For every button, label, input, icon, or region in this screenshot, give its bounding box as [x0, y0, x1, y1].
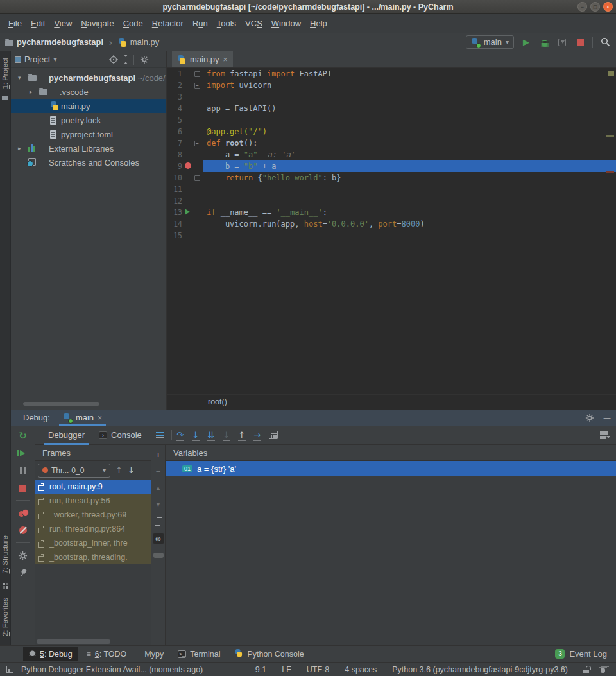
- code-line-13[interactable]: 13if __name__ == '__main__':: [167, 207, 616, 218]
- menu-item-refactor[interactable]: Refactor: [148, 17, 188, 30]
- close-tab-icon[interactable]: ×: [223, 55, 228, 64]
- menu-item-edit[interactable]: Edit: [26, 17, 49, 30]
- evaluate-expression-icon[interactable]: [268, 430, 279, 440]
- run-to-cursor-icon[interactable]: →: [250, 428, 264, 442]
- hector-inspections-icon[interactable]: [599, 666, 607, 673]
- stripe-structure-button[interactable]: 7: Structure: [1, 535, 9, 573]
- gutter-line-8[interactable]: 8: [167, 149, 203, 160]
- tree-item-pycharmdebugfastapi[interactable]: ▾pycharmdebugfastapi ~/code/pycharmdebug…: [11, 71, 166, 85]
- run-button[interactable]: ▶: [520, 37, 532, 48]
- debug-session-tab-main[interactable]: main ×: [58, 410, 107, 426]
- debug-button[interactable]: [538, 37, 550, 48]
- scrollbar-breakpoint-marker[interactable]: [606, 171, 614, 173]
- gutter-line-3[interactable]: 3: [167, 91, 203, 103]
- gutter-line-14[interactable]: 14: [167, 218, 203, 230]
- gutter-line-12[interactable]: 12: [167, 195, 203, 207]
- tree-item-poetry-lock[interactable]: poetry.lock: [11, 113, 166, 127]
- gutter-line-6[interactable]: 6: [167, 126, 203, 137]
- project-horizontal-scrollbar[interactable]: [23, 402, 99, 406]
- hide-panel-icon[interactable]: —: [155, 55, 162, 64]
- previous-frame-icon[interactable]: ↑: [116, 465, 123, 475]
- frame-row-run-thread-py-56[interactable]: run, thread.py:56: [35, 494, 151, 508]
- caret-position[interactable]: 9:1: [255, 665, 266, 674]
- thread-select[interactable]: Thr...-0_0 ▾: [38, 464, 110, 478]
- close-window-icon[interactable]: ×: [603, 2, 613, 12]
- code-line-4[interactable]: 4app = FastAPI(): [167, 103, 616, 114]
- pause-program-icon[interactable]: [17, 465, 29, 476]
- scrollbar-warning-marker[interactable]: [606, 135, 614, 137]
- run-configuration-select[interactable]: main ▾: [466, 35, 514, 49]
- code-line-14[interactable]: 14 uvicorn.run(app, host='0.0.0.0', port…: [167, 218, 616, 230]
- project-view-select[interactable]: Project ▾: [15, 55, 57, 64]
- code-line-11[interactable]: 11: [167, 184, 616, 195]
- gutter-line-11[interactable]: 11: [167, 184, 203, 195]
- fold-marker-icon[interactable]: −: [193, 137, 201, 149]
- pin-tab-icon[interactable]: [17, 568, 29, 578]
- debug-settings-gear-icon[interactable]: [17, 550, 29, 560]
- search-everywhere-button[interactable]: [599, 37, 611, 48]
- chevron-down-icon[interactable]: ▾: [18, 74, 21, 81]
- code-line-7[interactable]: 7−def root():: [167, 137, 616, 149]
- view-breakpoints-icon[interactable]: [17, 508, 29, 518]
- collapse-all-icon[interactable]: [124, 55, 128, 64]
- add-watch-icon[interactable]: +: [153, 450, 164, 459]
- tree-item-vscode[interactable]: ▸.vscode: [11, 85, 166, 99]
- run-line-icon[interactable]: [182, 207, 193, 218]
- menu-item-help[interactable]: Help: [305, 17, 332, 30]
- python-interpreter[interactable]: Python 3.6 (pycharmdebugfastapi-9cdjtyrg…: [392, 665, 568, 674]
- run-with-coverage-button[interactable]: [556, 37, 568, 48]
- toolwindow-switcher-icon[interactable]: [6, 666, 13, 673]
- gutter-line-10[interactable]: 10−: [167, 172, 203, 184]
- chevron-right-icon[interactable]: ▸: [18, 145, 21, 152]
- tree-item-scratches-and-consoles[interactable]: Scratches and Consoles: [11, 155, 166, 169]
- current-function-label[interactable]: root(): [208, 397, 227, 406]
- unlocked-icon[interactable]: [583, 666, 590, 673]
- gutter-line-4[interactable]: 4: [167, 103, 203, 114]
- restore-layout-icon[interactable]: [600, 431, 610, 439]
- resume-program-icon[interactable]: [17, 448, 29, 458]
- duplicate-watch-icon[interactable]: [153, 517, 164, 526]
- file-encoding[interactable]: UTF-8: [307, 665, 329, 674]
- force-step-into-icon[interactable]: ⇊: [204, 428, 218, 442]
- stop-button[interactable]: [574, 37, 586, 48]
- toolwindow-button-terminal[interactable]: >_Terminal: [172, 647, 226, 661]
- status-message[interactable]: Python Debugger Extension Avail... (mome…: [21, 665, 203, 674]
- menu-item-view[interactable]: View: [49, 17, 76, 30]
- menu-item-window[interactable]: Window: [267, 17, 305, 30]
- breakpoint-icon[interactable]: [182, 160, 193, 172]
- menu-item-vcs[interactable]: VCS: [241, 17, 267, 30]
- gutter-line-13[interactable]: 13: [167, 207, 203, 218]
- gutter-line-1[interactable]: 1−: [167, 68, 203, 80]
- code-line-1[interactable]: 1−from fastapi import FastAPI: [167, 68, 616, 80]
- toolwindow-button-mypy[interactable]: Mypy: [135, 647, 169, 661]
- stop-icon[interactable]: [17, 483, 29, 493]
- code-line-5[interactable]: 5: [167, 114, 616, 126]
- fold-marker-icon[interactable]: −: [193, 172, 201, 184]
- show-execution-point-icon[interactable]: [156, 432, 164, 438]
- next-frame-icon[interactable]: ↓: [128, 465, 135, 475]
- step-into-icon[interactable]: ↓: [189, 428, 203, 442]
- toolwindow-button-python-console[interactable]: Python Console: [228, 647, 309, 661]
- tab-console[interactable]: ›Console: [92, 426, 148, 445]
- code-editor[interactable]: 1−from fastapi import FastAPI2−import uv…: [167, 68, 616, 394]
- frames-horizontal-scrollbar[interactable]: [37, 639, 110, 644]
- code-line-8[interactable]: 8 a = "a"a: 'a': [167, 149, 616, 160]
- mute-breakpoints-icon[interactable]: [17, 525, 29, 535]
- editor-tab-main-py[interactable]: main.py ×: [172, 51, 233, 67]
- menu-item-tools[interactable]: Tools: [212, 17, 241, 30]
- indent-style[interactable]: 4 spaces: [345, 665, 377, 674]
- gutter-line-15[interactable]: 15: [167, 230, 203, 241]
- hide-panel-icon[interactable]: —: [603, 413, 611, 422]
- menu-item-run[interactable]: Run: [188, 17, 212, 30]
- tab-debugger[interactable]: Debugger: [42, 426, 91, 445]
- code-line-15[interactable]: 15: [167, 230, 616, 241]
- stripe-project-button[interactable]: 1: Project: [1, 58, 9, 89]
- toolwindow-button-6-todo[interactable]: ≡6: TODO: [81, 647, 133, 661]
- line-separator[interactable]: LF: [282, 665, 291, 674]
- fold-marker-icon[interactable]: −: [193, 80, 201, 91]
- fold-marker-icon[interactable]: −: [193, 68, 201, 80]
- tree-item-pyproject-toml[interactable]: pyproject.toml: [11, 127, 166, 141]
- menu-item-file[interactable]: File: [4, 17, 26, 30]
- toolwindow-button-5-debug[interactable]: 5: Debug: [23, 647, 78, 661]
- minimize-window-icon[interactable]: −: [578, 2, 587, 12]
